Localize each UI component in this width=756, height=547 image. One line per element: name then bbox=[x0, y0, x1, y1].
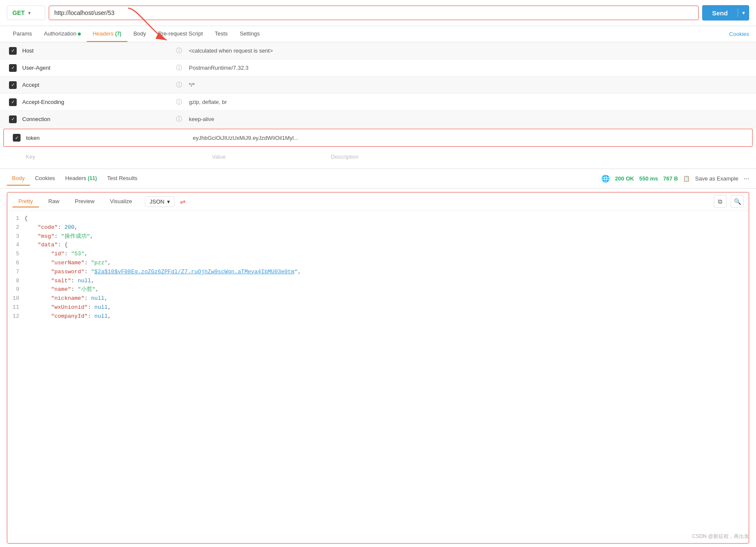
tab-authorization[interactable]: Authorization bbox=[38, 26, 87, 42]
resp-tab-body[interactable]: Body bbox=[7, 171, 30, 186]
fmt-tab-visualize[interactable]: Visualize bbox=[104, 196, 138, 207]
code-line: 6 "userName": "pzz", bbox=[7, 259, 749, 268]
empty-header-row: Key Value Description bbox=[0, 148, 756, 165]
headers-section: ✓ Host ⓘ <calculated when request is sen… bbox=[0, 42, 756, 165]
tab-tests[interactable]: Tests bbox=[209, 26, 234, 42]
table-row: ✓ Host ⓘ <calculated when request is sen… bbox=[0, 42, 756, 59]
cookies-link[interactable]: Cookies bbox=[729, 27, 749, 41]
code-line: 11 "wxUnionid": null, bbox=[7, 303, 749, 312]
table-row: ✓ Accept-Encoding ⓘ gzip, deflate, br bbox=[0, 94, 756, 111]
tab-pre-request-script[interactable]: Pre-request Script bbox=[152, 26, 209, 42]
url-bar: GET ▾ Send ▾ bbox=[0, 0, 756, 26]
token-row-container: ✓ token eyJhbGciOiJIUzUxMiJ9.eyJzdWIiOil… bbox=[3, 129, 753, 147]
fmt-tab-pretty[interactable]: Pretty bbox=[12, 196, 39, 207]
search-button[interactable]: 🔍 bbox=[731, 195, 744, 208]
code-line: 4 "data": { bbox=[7, 241, 749, 250]
watermark: CSDN @新征程，再出发 bbox=[692, 533, 749, 540]
format-selector[interactable]: JSON ▾ bbox=[145, 196, 175, 207]
row-checkbox[interactable]: ✓ bbox=[7, 81, 19, 89]
resp-tab-test-results[interactable]: Test Results bbox=[102, 171, 143, 186]
globe-icon: 🌐 bbox=[601, 174, 610, 183]
wrap-icon[interactable]: ⇌ bbox=[180, 198, 185, 206]
fmt-tab-preview[interactable]: Preview bbox=[69, 196, 100, 207]
tab-body[interactable]: Body bbox=[127, 26, 152, 42]
resp-tab-headers[interactable]: Headers (11) bbox=[60, 171, 102, 186]
copy-button[interactable]: ⧉ bbox=[714, 195, 727, 208]
save-example-button[interactable]: Save as Example bbox=[695, 175, 738, 182]
table-row: ✓ User-Agent ⓘ PostmanRuntime/7.32.3 bbox=[0, 59, 756, 77]
url-input[interactable] bbox=[49, 6, 699, 20]
json-response-area: 1 { 2 "code": 200, 3 "msg": "操作成功", bbox=[7, 211, 749, 543]
fmt-tab-raw[interactable]: Raw bbox=[42, 196, 65, 207]
key-placeholder: Key bbox=[22, 152, 176, 162]
header-value-token: eyJhbGciOiJIUzUxMiJ9.eyJzdWIiOil1Myl... bbox=[189, 135, 745, 141]
checkbox-checked-icon: ✓ bbox=[9, 64, 17, 72]
format-bar: Pretty Raw Preview Visualize JSON ▾ ⇌ ⧉ … bbox=[7, 192, 749, 211]
checkbox-checked-icon: ✓ bbox=[9, 47, 17, 55]
header-key: User-Agent bbox=[19, 65, 173, 71]
header-value: */* bbox=[185, 82, 749, 88]
header-value: keep-alive bbox=[185, 116, 749, 122]
authorization-dot bbox=[78, 33, 81, 35]
format-actions: ⧉ 🔍 bbox=[714, 195, 744, 208]
row-checkbox[interactable]: ✓ bbox=[7, 47, 19, 55]
save-icon: 📋 bbox=[683, 175, 690, 182]
method-selector[interactable]: GET ▾ bbox=[7, 6, 45, 20]
response-header-bar: Body Cookies Headers (11) Test Results 🌐… bbox=[0, 169, 756, 189]
table-row: ✓ Connection ⓘ keep-alive bbox=[0, 111, 756, 128]
header-key: Host bbox=[19, 47, 173, 54]
info-icon: ⓘ bbox=[173, 115, 185, 123]
table-row: ✓ Accept ⓘ */* bbox=[0, 77, 756, 94]
header-key: Accept-Encoding bbox=[19, 99, 173, 105]
header-key: Accept bbox=[19, 82, 173, 88]
row-checkbox[interactable]: ✓ bbox=[7, 98, 19, 106]
checkbox-checked-icon: ✓ bbox=[9, 115, 17, 123]
checkbox-checked-icon: ✓ bbox=[13, 134, 21, 142]
row-checkbox[interactable]: ✓ bbox=[11, 134, 23, 142]
table-row-token: ✓ token eyJhbGciOiJIUzUxMiJ9.eyJzdWIiOil… bbox=[4, 129, 752, 146]
tab-settings[interactable]: Settings bbox=[234, 26, 266, 42]
code-line: 8 "salt": null, bbox=[7, 277, 749, 286]
info-icon: ⓘ bbox=[173, 81, 185, 89]
tab-headers[interactable]: Headers (7) bbox=[87, 26, 127, 42]
code-line: 5 "id": "53", bbox=[7, 250, 749, 259]
app-container: GET ▾ Send ▾ Params Authorization Header… bbox=[0, 0, 756, 547]
header-value: gzip, deflate, br bbox=[185, 99, 749, 105]
format-chevron-icon: ▾ bbox=[167, 198, 170, 205]
response-wrapper: Body Cookies Headers (11) Test Results 🌐… bbox=[0, 169, 756, 547]
header-value: PostmanRuntime/7.32.3 bbox=[185, 65, 749, 71]
resp-headers-badge: (11) bbox=[88, 175, 97, 181]
send-label: Send bbox=[702, 9, 738, 17]
send-chevron-icon: ▾ bbox=[738, 10, 749, 16]
info-icon: ⓘ bbox=[173, 98, 185, 106]
code-line: 3 "msg": "操作成功", bbox=[7, 232, 749, 241]
code-line: 9 "name": "小哲", bbox=[7, 285, 749, 294]
code-line: 2 "code": 200, bbox=[7, 223, 749, 232]
code-line: 7 "password": "$2a$10$vF08Eg.zoZGz6ZPFdl… bbox=[7, 268, 749, 277]
resp-tab-cookies[interactable]: Cookies bbox=[30, 171, 60, 186]
response-time: 550 ms bbox=[639, 175, 658, 182]
code-line: 10 "nickname": null, bbox=[7, 294, 749, 303]
tab-params[interactable]: Params bbox=[7, 26, 38, 42]
checkbox-checked-icon: ✓ bbox=[9, 98, 17, 106]
header-key-token: token bbox=[23, 135, 176, 141]
request-tabs-bar: Params Authorization Headers (7) Body Pr… bbox=[0, 26, 756, 42]
more-options-button[interactable]: ··· bbox=[744, 175, 749, 183]
info-icon: ⓘ bbox=[173, 64, 185, 72]
code-line: 12 "companyId": null, bbox=[7, 312, 749, 321]
checkbox-checked-icon: ✓ bbox=[9, 81, 17, 89]
chevron-down-icon: ▾ bbox=[28, 10, 31, 16]
row-checkbox[interactable]: ✓ bbox=[7, 115, 19, 123]
row-checkbox[interactable]: ✓ bbox=[7, 64, 19, 72]
info-icon: ⓘ bbox=[173, 47, 185, 55]
response-status-bar: 🌐 200 OK 550 ms 767 B 📋 Save as Example … bbox=[601, 174, 749, 183]
format-value: JSON bbox=[150, 198, 165, 205]
method-text: GET bbox=[12, 9, 25, 16]
response-body-container: Pretty Raw Preview Visualize JSON ▾ ⇌ ⧉ … bbox=[7, 192, 749, 544]
headers-badge: (7) bbox=[115, 31, 121, 37]
header-key: Connection bbox=[19, 116, 173, 122]
code-line: 1 { bbox=[7, 214, 749, 223]
status-ok-badge: 200 OK bbox=[615, 175, 634, 182]
send-button[interactable]: Send ▾ bbox=[702, 5, 749, 21]
desc-placeholder: Description bbox=[327, 152, 362, 162]
